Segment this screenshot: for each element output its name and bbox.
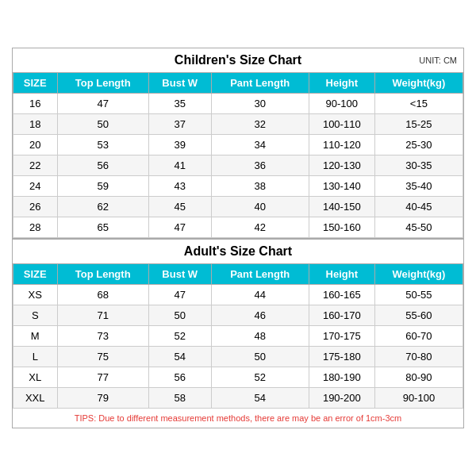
- unit-label: UNIT: CM: [419, 56, 457, 65]
- table-row: XXL795854190-20090-100: [13, 388, 463, 409]
- adult-col-bust-w: Bust W: [148, 264, 211, 285]
- adult-col-height: Height: [309, 264, 374, 285]
- children-title-text: Children's Size Chart: [175, 53, 301, 67]
- tips-text: TIPS: Due to different measurement metho…: [13, 409, 463, 428]
- table-row: 28654742150-16045-50: [13, 217, 463, 238]
- adult-title-text: Adult's Size Chart: [184, 244, 292, 258]
- table-row: 24594338130-14035-40: [13, 176, 463, 197]
- children-col-pant-length: Pant Length: [211, 73, 309, 94]
- children-header-row: SIZE Top Length Bust W Pant Length Heigh…: [13, 73, 463, 94]
- size-chart: Children's Size Chart UNIT: CM SIZE Top …: [12, 48, 464, 428]
- children-col-height: Height: [309, 73, 374, 94]
- adult-col-size: SIZE: [13, 264, 58, 285]
- children-col-bust-w: Bust W: [148, 73, 211, 94]
- children-col-weight: Weight(kg): [374, 73, 463, 94]
- adult-col-top-length: Top Length: [57, 264, 148, 285]
- table-row: XL775652180-19080-90: [13, 367, 463, 388]
- adult-header-row: SIZE Top Length Bust W Pant Length Heigh…: [13, 264, 463, 285]
- table-row: 26624540140-15040-45: [13, 197, 463, 217]
- table-row: M735248170-17560-70: [13, 326, 463, 347]
- adult-col-weight: Weight(kg): [374, 264, 463, 285]
- table-row: 18503732100-11015-25: [13, 114, 463, 135]
- adult-table: SIZE Top Length Bust W Pant Length Heigh…: [13, 263, 463, 409]
- adult-title: Adult's Size Chart: [13, 238, 463, 263]
- table-row: L755450175-18070-80: [13, 347, 463, 367]
- adult-col-pant-length: Pant Length: [211, 264, 309, 285]
- table-row: XS684744160-16550-55: [13, 285, 463, 305]
- children-table: SIZE Top Length Bust W Pant Length Heigh…: [13, 72, 463, 238]
- table-row: 20533934110-12025-30: [13, 135, 463, 155]
- children-col-top-length: Top Length: [57, 73, 148, 94]
- children-title: Children's Size Chart UNIT: CM: [13, 48, 463, 72]
- table-row: S715046160-17055-60: [13, 305, 463, 326]
- children-col-size: SIZE: [13, 73, 58, 94]
- table-row: 22564136120-13030-35: [13, 155, 463, 176]
- table-row: 1647353090-100<15: [13, 94, 463, 114]
